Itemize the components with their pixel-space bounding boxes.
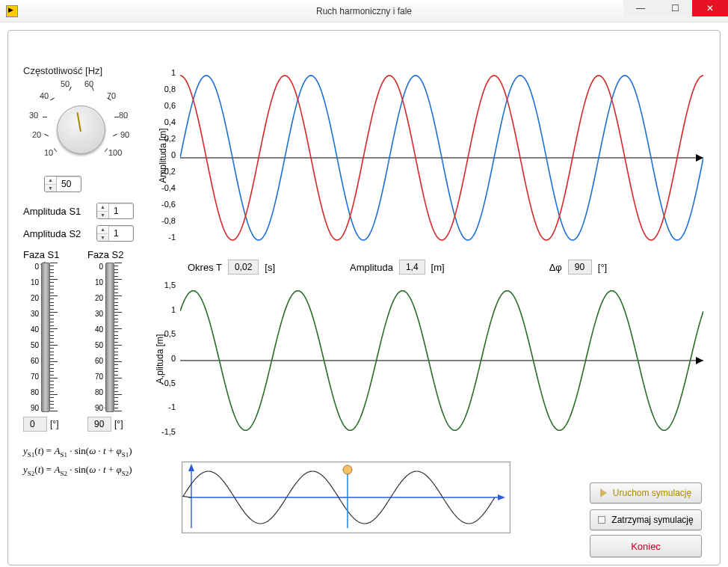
end-button-label: Koniec [631,541,661,552]
amplitude-s2-input[interactable]: ▲▼ 1 [96,225,134,242]
minimize-button[interactable]: — [623,0,658,16]
amplitude-s1-value[interactable]: 1 [109,203,133,218]
spinner-icon[interactable]: ▲▼ [97,226,109,241]
scale-tick: 60 [87,357,103,365]
params-row: Okres T 0,02 [s] Amplituda 1,4 [m] Δφ 90… [188,260,607,275]
knob-tick: 30 [29,111,38,120]
waves-chart: Amplituda [m] 10,80,60,40,20-0,2-0,4-0,6… [152,68,705,248]
scale-tick: 0 [23,263,39,271]
scale-tick: 70 [23,373,39,381]
end-button[interactable]: Koniec [590,535,702,557]
formula-s2: yS2(t) = AS2 · sin(ω · t + φS2) [23,461,150,479]
amplitude-value: 1,4 [399,260,425,275]
svg-point-9 [343,465,352,474]
unit-label: [°] [114,419,123,429]
scale-tick: 80 [87,388,103,396]
dphi-unit: [°] [598,262,607,273]
period-value: 0,02 [228,260,259,275]
phase-s1-slider[interactable]: 0 10 20 30 40 50 60 70 80 90 ◁ [23,263,74,412]
unit-label: [°] [50,419,58,429]
phase-s2-label: Faza S2 [87,249,138,260]
particle-chart [182,462,510,533]
amplitude-s1-label: Amplituda S1 [23,206,92,217]
scale-tick: 30 [23,310,39,318]
svg-marker-5 [498,494,505,500]
scale-tick: 80 [23,388,39,396]
scale-tick: 50 [87,341,103,349]
frequency-input[interactable]: ▲▼ 50 [44,176,81,192]
formula-s1: yS1(t) = AS1 · sin(ω · t + φS1) [23,442,150,461]
phase-s1-value: 0 [23,417,47,432]
frequency-knob[interactable]: 10 20 30 40 50 60 70 80 90 100 [23,79,143,169]
run-button[interactable]: Uruchom symulację [590,482,702,503]
scale-tick: 20 [23,294,39,302]
amplitude-s2-label: Amplituda S2 [23,228,92,239]
titlebar: Ruch harmoniczny i fale — ☐ ✕ [0,0,728,22]
window-buttons: — ☐ ✕ [623,0,728,16]
stop-button[interactable]: Zatrzymaj symulację [590,509,702,530]
scale-tick: 10 [23,278,39,286]
svg-marker-7 [188,464,194,471]
knob-tick: 10 [44,148,53,157]
spinner-icon[interactable]: ▲▼ [45,177,57,191]
controls-column: Częstotliwość [Hz] 10 20 30 40 50 60 70 … [23,65,150,479]
close-button[interactable]: ✕ [692,0,728,16]
knob-tick: 80 [119,111,128,120]
amplitude-unit: [m] [431,262,445,273]
knob-tick: 50 [61,79,70,88]
svg-marker-3 [696,357,703,364]
stop-button-label: Zatrzymaj symulację [611,515,693,525]
period-unit: [s] [265,262,275,273]
period-label: Okres T [188,262,222,273]
spinner-icon[interactable]: ▲▼ [97,203,109,218]
run-button-label: Uruchom symulację [613,488,691,498]
formulas: yS1(t) = AS1 · sin(ω · t + φS1) yS2(t) =… [23,442,150,479]
knob-tick: 90 [120,130,129,139]
dphi-label: Δφ [549,262,562,273]
scale-tick: 40 [23,325,39,334]
stop-icon [598,516,605,524]
scale-tick: 0 [87,263,103,271]
phase-s2-value: 90 [87,417,111,432]
play-icon [600,488,607,497]
scale-tick: 30 [87,310,103,318]
dphi-value: 90 [568,260,592,275]
frequency-value[interactable]: 50 [57,177,81,191]
knob-tick: 40 [40,91,49,100]
scale-tick: 40 [87,325,103,334]
amplitude-s2-value[interactable]: 1 [109,226,133,241]
scale-tick: 60 [23,357,39,365]
scale-tick: 70 [87,373,103,381]
main-panel: Częstotliwość [Hz] 10 20 30 40 50 60 70 … [7,30,721,566]
scale-tick: 20 [87,294,103,302]
knob-tick: 20 [32,130,41,139]
frequency-label: Częstotliwość [Hz] [23,65,150,76]
maximize-button[interactable]: ☐ [658,0,692,16]
knob-tick: 100 [108,148,122,157]
amplitude-s1-input[interactable]: ▲▼ 1 [96,203,134,219]
scale-tick: 10 [87,278,103,286]
phase-s1-label: Faza S1 [23,249,74,260]
scale-tick: 90 [87,404,103,412]
scale-tick: 50 [23,341,39,349]
amplitude-label: Amplituda [350,262,393,273]
window-title: Ruch harmoniczny i fale [0,6,728,16]
phase-s2-slider[interactable]: 0 10 20 30 40 50 60 70 80 90 ◁ [87,263,138,412]
scale-tick: 90 [23,404,39,412]
sum-chart: A,plituda [m] 1,510,50-0,5-1-1,5 [152,281,705,441]
